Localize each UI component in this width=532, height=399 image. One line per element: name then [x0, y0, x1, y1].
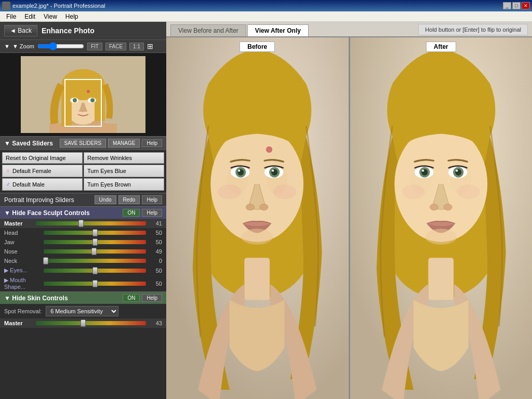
thumbnail-area	[0, 53, 166, 136]
jaw-slider-track[interactable]	[44, 240, 146, 244]
jaw-slider-thumb[interactable]	[92, 238, 98, 246]
skin-help-button[interactable]: Help	[142, 294, 162, 302]
undo-button[interactable]: Undo	[95, 195, 116, 204]
neck-slider-label: Neck	[4, 258, 41, 264]
neck-slider-track[interactable]	[44, 259, 146, 263]
zoom-label: ▼ ▼ Zoom	[4, 43, 34, 49]
spot-removal-label: Spot Removal:	[4, 308, 42, 314]
menu-view[interactable]: View	[39, 12, 61, 21]
menu-edit[interactable]: Edit	[20, 12, 39, 21]
svg-point-10	[73, 98, 77, 102]
zoom-1-1-button[interactable]: 1:1	[129, 43, 144, 50]
preset-default-female-button[interactable]: ♀ Default Female	[2, 165, 83, 177]
thumbnail-portrait	[21, 56, 145, 133]
nose-slider-thumb[interactable]	[91, 248, 97, 255]
face-sculpt-on-button[interactable]: ON	[123, 209, 140, 217]
eyes-slider-thumb[interactable]	[92, 267, 98, 274]
svg-point-28	[246, 204, 254, 210]
jaw-slider-value: 50	[149, 239, 162, 245]
portrait-improving-bar: Portrait Improving Sliders Undo Redo Hel…	[0, 193, 166, 206]
close-button[interactable]: ✕	[522, 2, 530, 9]
skin-master-value: 43	[149, 320, 162, 326]
nose-slider-row: Nose 49	[0, 247, 166, 256]
head-slider-thumb[interactable]	[92, 229, 98, 236]
saved-sliders-section: ▼ Saved Sliders SAVE SLIDERS MANAGE Help	[0, 136, 166, 150]
preset-default-male-button[interactable]: ♂ Default Male	[2, 178, 83, 191]
panel-header: ◄ Back Enhance Photo	[0, 22, 166, 40]
master-slider-value: 41	[149, 220, 162, 227]
female-icon: ♀	[6, 167, 10, 175]
jaw-slider-row: Jaw 50	[0, 237, 166, 247]
preset-default-female-label: Default Female	[12, 168, 51, 174]
preset-reset-label: Reset to Original Image	[6, 155, 66, 161]
eyes-slider-track[interactable]	[44, 269, 146, 273]
back-button[interactable]: ◄ Back	[4, 25, 37, 36]
saved-sliders-help-button[interactable]: Help	[142, 139, 162, 147]
master-slider-label: Master	[4, 220, 33, 227]
spot-removal-select[interactable]: 1 Low Sensitivity 3 Low-Med Sensitivity …	[46, 306, 118, 316]
face-sculpt-help-button[interactable]: Help	[142, 209, 162, 217]
title-bar: example2.jpg* - Portrait Professional _ …	[0, 0, 532, 11]
zoom-fit-button[interactable]: FIT	[87, 43, 102, 50]
face-sculpt-label: ▼ Hide Face Sculpt Controls	[4, 209, 90, 217]
svg-rect-7	[95, 85, 105, 121]
mouth-slider-label[interactable]: ▶ Mouth Shape...	[4, 277, 41, 290]
redo-button[interactable]: Redo	[118, 195, 140, 204]
window-title: example2.jpg* - Portrait Professional	[12, 3, 105, 9]
svg-rect-6	[61, 85, 72, 126]
nose-slider-track[interactable]	[44, 249, 146, 254]
menu-file[interactable]: File	[2, 12, 20, 21]
zoom-face-button[interactable]: FACE	[105, 43, 126, 50]
maximize-button[interactable]: □	[512, 2, 521, 9]
manage-button[interactable]: MANAGE	[108, 139, 140, 148]
eyes-slider-label[interactable]: ▶ Eyes...	[4, 267, 41, 274]
head-slider-track[interactable]	[44, 231, 146, 235]
skin-master-label: Master	[4, 320, 33, 326]
svg-point-49	[430, 204, 438, 210]
preset-grid: Reset to Original Image Remove Wrinkles …	[0, 150, 166, 193]
tab-before-and-after[interactable]: View Before and After	[170, 24, 246, 36]
svg-point-33	[218, 184, 242, 199]
mouth-slider-thumb[interactable]	[92, 280, 98, 287]
svg-point-12	[87, 90, 90, 93]
skin-master-thumb[interactable]	[81, 320, 86, 327]
mouth-slider-track[interactable]	[44, 282, 146, 286]
menu-help[interactable]: Help	[61, 12, 83, 21]
master-slider-track[interactable]	[36, 221, 146, 225]
zoom-slider[interactable]	[37, 42, 84, 50]
thumbnail-container[interactable]	[21, 56, 145, 133]
minimize-button[interactable]: _	[503, 2, 511, 9]
svg-point-27	[272, 170, 274, 172]
preset-turn-eyes-brown-label: Turn Eyes Brown	[87, 181, 131, 188]
svg-point-48	[456, 170, 458, 172]
head-slider-label: Head	[4, 230, 41, 236]
skin-on-button[interactable]: ON	[123, 294, 140, 302]
save-sliders-button[interactable]: SAVE SLIDERS	[60, 139, 107, 148]
tab-view-after-only[interactable]: View After Only	[247, 24, 309, 36]
jaw-slider-label: Jaw	[4, 239, 41, 245]
skin-master-slider-row: Master 43	[0, 318, 166, 328]
master-slider-row: Master 41	[0, 219, 166, 228]
svg-point-11	[90, 98, 95, 102]
neck-slider-value: 0	[149, 258, 162, 264]
zoom-expand-button[interactable]: ⊞	[147, 42, 153, 50]
before-photo-col: Before	[166, 37, 349, 399]
master-slider-thumb[interactable]	[78, 220, 84, 227]
portrait-help-button[interactable]: Help	[142, 195, 162, 204]
preset-turn-eyes-brown-button[interactable]: Turn Eyes Brown	[84, 178, 164, 191]
skin-master-track[interactable]	[36, 321, 146, 325]
svg-point-31	[268, 148, 271, 151]
photo-area: Before	[166, 37, 532, 399]
preset-turn-eyes-blue-button[interactable]: Turn Eyes Blue	[84, 165, 164, 177]
nose-slider-value: 49	[149, 248, 162, 255]
neck-slider-thumb[interactable]	[43, 257, 48, 264]
svg-point-32	[241, 229, 273, 244]
svg-point-53	[457, 184, 480, 199]
after-portrait-svg	[350, 37, 533, 399]
preset-reset-button[interactable]: Reset to Original Image	[2, 152, 83, 164]
after-portrait	[350, 37, 533, 399]
svg-point-51	[425, 229, 457, 244]
preset-turn-eyes-blue-label: Turn Eyes Blue	[87, 168, 126, 174]
preset-remove-wrinkles-button[interactable]: Remove Wrinkles	[84, 152, 164, 164]
head-slider-value: 50	[149, 230, 162, 236]
